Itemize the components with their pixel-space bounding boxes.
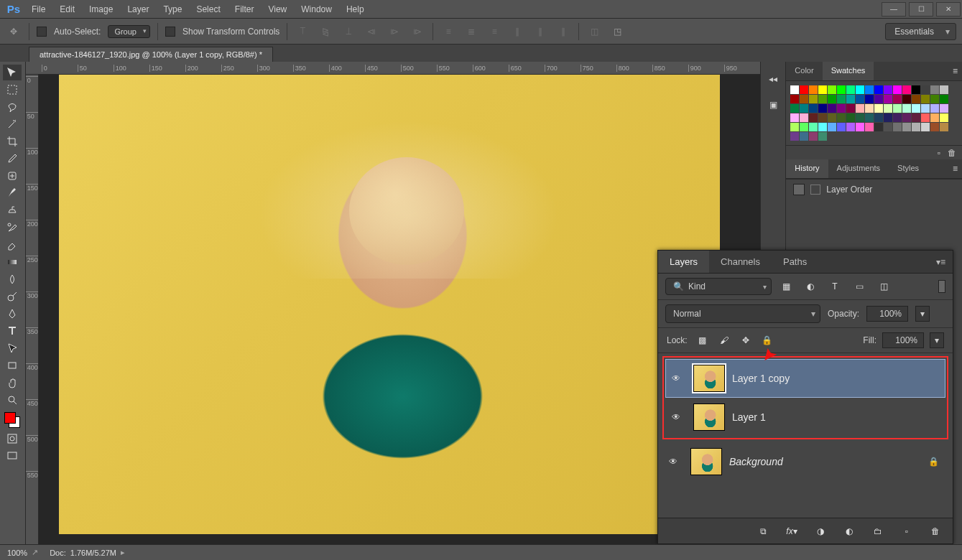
swatch[interactable] [800, 95, 808, 103]
marquee-tool[interactable] [3, 82, 22, 98]
swatch[interactable] [856, 113, 864, 122]
swatch[interactable] [790, 113, 799, 122]
layer-thumbnail[interactable] [693, 403, 725, 431]
delete-layer-icon[interactable]: 🗑 [928, 526, 943, 536]
align-left-icon[interactable]: ⧏ [364, 24, 379, 39]
swatch[interactable] [912, 123, 920, 131]
align-hcenter-icon[interactable]: ⧐ [387, 24, 402, 39]
new-adjustment-icon[interactable]: ◐ [842, 526, 856, 536]
3d-mode-icon[interactable]: ◳ [609, 24, 625, 39]
eraser-tool[interactable] [3, 237, 22, 253]
swatch[interactable] [856, 95, 864, 103]
swatch[interactable] [930, 123, 939, 131]
swatch[interactable] [818, 85, 827, 94]
swatch[interactable] [800, 104, 808, 113]
swatch[interactable] [930, 113, 939, 122]
swatch[interactable] [921, 123, 930, 131]
distribute-right-icon[interactable]: ∥ [555, 24, 571, 39]
swatch[interactable] [902, 104, 911, 113]
swatch[interactable] [893, 113, 902, 122]
link-layers-icon[interactable]: ⧉ [756, 526, 770, 536]
distribute-bottom-icon[interactable]: ≡ [486, 24, 502, 39]
swatch[interactable] [790, 95, 799, 103]
swatch[interactable] [800, 123, 808, 131]
layer-name[interactable]: Background [729, 456, 783, 467]
history-item[interactable]: Layer Order [786, 179, 962, 200]
menu-filter[interactable]: Filter [228, 4, 262, 14]
swatch[interactable] [893, 123, 902, 131]
swatch[interactable] [828, 85, 836, 94]
swatch[interactable] [837, 113, 846, 122]
layer-thumbnail[interactable] [693, 365, 725, 392]
swatch[interactable] [837, 123, 846, 131]
menu-edit[interactable]: Edit [52, 4, 82, 14]
swatch[interactable] [893, 104, 902, 113]
tab-adjustments[interactable]: Adjustments [828, 159, 889, 178]
swatch[interactable] [865, 123, 874, 131]
show-transform-checkbox[interactable] [165, 27, 175, 37]
swatch[interactable] [809, 85, 818, 94]
tab-layers[interactable]: Layers [658, 251, 709, 273]
layer-name[interactable]: Layer 1 copy [732, 373, 790, 384]
swatch[interactable] [818, 113, 827, 122]
menu-file[interactable]: File [24, 4, 52, 14]
tab-paths[interactable]: Paths [772, 251, 818, 273]
swatch[interactable] [893, 85, 902, 94]
swatch[interactable] [884, 85, 892, 94]
filter-pixel-icon[interactable]: ▦ [779, 281, 793, 291]
menu-view[interactable]: View [261, 4, 294, 14]
menu-help[interactable]: Help [339, 4, 371, 14]
swatch[interactable] [790, 104, 799, 113]
swatch[interactable] [818, 104, 827, 113]
swatch[interactable] [912, 104, 920, 113]
swatch[interactable] [912, 95, 920, 103]
swatch[interactable] [837, 104, 846, 113]
new-swatch-icon[interactable]: ▫ [938, 148, 940, 158]
swatch[interactable] [828, 113, 836, 122]
swatch[interactable] [940, 123, 948, 131]
layer-name[interactable]: Layer 1 [732, 411, 766, 423]
menu-image[interactable]: Image [82, 4, 120, 14]
swatch[interactable] [902, 85, 911, 94]
lock-pixels-icon[interactable]: 🖌 [718, 335, 731, 345]
swatch[interactable] [940, 85, 948, 94]
tab-history[interactable]: History [786, 159, 828, 178]
swatch[interactable] [846, 95, 855, 103]
auto-select-dropdown[interactable]: Group [108, 25, 150, 38]
layer-filter-dropdown[interactable]: 🔍 Kind [665, 278, 772, 295]
workspace-dropdown[interactable]: Essentials [885, 23, 956, 40]
lock-position-icon[interactable]: ✥ [739, 335, 752, 345]
swatch[interactable] [912, 113, 920, 122]
layer-thumbnail[interactable] [690, 448, 722, 475]
layers-panel-menu-icon[interactable]: ▾≡ [929, 251, 953, 273]
pen-tool[interactable] [3, 306, 22, 322]
swatch[interactable] [930, 95, 939, 103]
filter-adjustment-icon[interactable]: ◐ [803, 281, 818, 291]
zoom-value[interactable]: 100% [7, 549, 27, 557]
zoom-tool[interactable] [3, 392, 22, 408]
foreground-background-colors[interactable] [3, 411, 22, 429]
filter-toggle-switch[interactable] [938, 280, 945, 293]
swatches-grid[interactable] [786, 81, 962, 145]
menu-select[interactable]: Select [189, 4, 227, 14]
filter-shape-icon[interactable]: ▭ [852, 281, 866, 291]
swatch[interactable] [874, 113, 883, 122]
dodge-tool[interactable] [3, 289, 22, 304]
layer-row-background[interactable]: 👁 Background 🔒 [662, 442, 948, 481]
canvas-viewport[interactable] [39, 75, 760, 544]
gradient-tool[interactable] [3, 254, 22, 270]
swatch[interactable] [837, 95, 846, 103]
swatch[interactable] [828, 123, 836, 131]
swatch[interactable] [818, 132, 827, 141]
opacity-value[interactable]: 100% [866, 306, 908, 322]
layer-row-layer1[interactable]: 👁 Layer 1 [665, 398, 945, 437]
status-menu-icon[interactable]: ▸ [121, 548, 125, 557]
dock-expand-icon[interactable]: ◂◂ [764, 70, 782, 88]
distribute-left-icon[interactable]: ∥ [509, 24, 525, 39]
auto-align-icon[interactable]: ◫ [586, 24, 602, 39]
swatch[interactable] [809, 132, 818, 141]
ruler-vertical[interactable]: 050100150200250300350400450500550 [26, 75, 39, 544]
new-group-icon[interactable]: 🗀 [871, 526, 885, 536]
blend-mode-dropdown[interactable]: Normal [665, 304, 820, 323]
swatch[interactable] [865, 113, 874, 122]
